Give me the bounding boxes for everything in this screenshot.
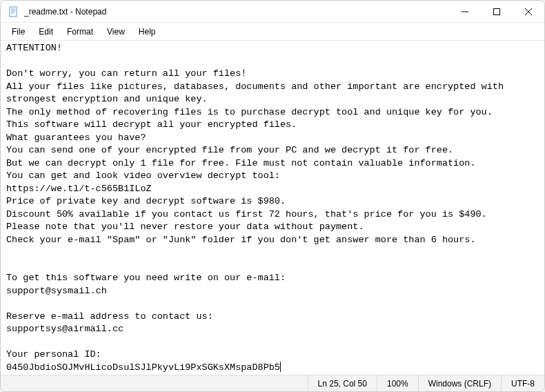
notepad-icon <box>8 6 19 17</box>
status-lineending: Windows (CRLF) <box>418 375 501 391</box>
close-button[interactable] <box>513 1 544 22</box>
menu-help[interactable]: Help <box>132 25 163 39</box>
menu-format[interactable]: Format <box>60 25 100 39</box>
window-controls <box>449 1 544 22</box>
menu-edit[interactable]: Edit <box>32 25 60 39</box>
window-title: _readme.txt - Notepad <box>24 7 449 17</box>
menu-file[interactable]: File <box>5 25 32 39</box>
menu-view[interactable]: View <box>100 25 132 39</box>
notepad-window: _readme.txt - Notepad File Edit Format V… <box>0 0 545 392</box>
statusbar: Ln 25, Col 50 100% Windows (CRLF) UTF-8 <box>1 375 544 391</box>
document-text: ATTENTION! Don't worry, you can return a… <box>6 43 509 373</box>
status-position: Ln 25, Col 50 <box>308 375 377 391</box>
svg-rect-6 <box>494 8 500 14</box>
menubar: File Edit Format View Help <box>1 23 544 41</box>
text-cursor <box>280 362 281 372</box>
maximize-button[interactable] <box>481 1 513 22</box>
status-encoding: UTF-8 <box>501 375 544 391</box>
minimize-button[interactable] <box>449 1 481 22</box>
titlebar: _readme.txt - Notepad <box>1 1 544 23</box>
status-zoom: 100% <box>377 375 418 391</box>
text-area[interactable]: ATTENTION! Don't worry, you can return a… <box>1 41 544 375</box>
